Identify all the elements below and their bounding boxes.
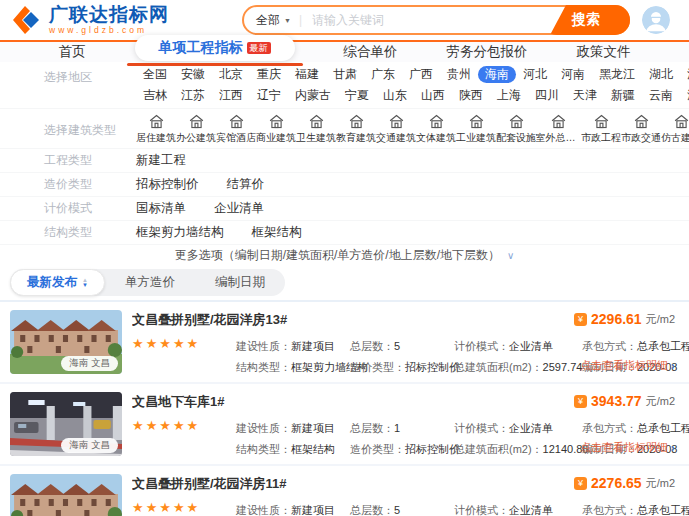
user-avatar[interactable] [642, 6, 670, 34]
building-icon [388, 112, 405, 130]
building-type-option[interactable]: 宾馆酒店 [216, 112, 256, 145]
region-option[interactable]: 宁夏 [338, 87, 376, 104]
price-tag-icon: ¥ [574, 313, 587, 326]
building-type-option[interactable]: 市政交通 [621, 112, 661, 145]
item-title[interactable]: 文昌地下车库1# [132, 393, 512, 411]
region-option[interactable]: 陕西 [452, 87, 490, 104]
item-field: 总层数：1 [350, 421, 454, 436]
building-type-option[interactable]: 商业建筑 [256, 112, 296, 145]
building-type-option[interactable]: 教育建筑 [336, 112, 376, 145]
region-list-row2: 吉林江苏江西辽宁内蒙古宁夏山东山西陕西上海四川天津新疆云南浙江 [136, 87, 677, 104]
region-option[interactable]: 福建 [288, 66, 326, 83]
nav-composite-unit-price[interactable]: 综合单价 [344, 43, 398, 61]
price-unit: 元/m2 [646, 394, 675, 409]
region-option[interactable]: 浙江 [680, 87, 689, 104]
region-option[interactable]: 湖南 [680, 66, 689, 83]
region-option[interactable]: 云南 [642, 87, 680, 104]
price-tag-icon: ¥ [574, 477, 587, 490]
divider: | [299, 13, 302, 27]
region-option[interactable]: 重庆 [250, 66, 288, 83]
location-tag: 海南 文昌 [61, 356, 118, 371]
building-type-option[interactable]: 仿古建筑 [661, 112, 689, 145]
building-type-option[interactable]: 文体建筑 [416, 112, 456, 145]
nav-labor-subcontract-quote[interactable]: 劳务分包报价 [447, 43, 528, 61]
view-detail-link[interactable]: 点击查看指标明细 › [580, 440, 675, 455]
thumbnail[interactable]: 海南 文昌 [10, 474, 122, 516]
region-option[interactable]: 天津 [566, 87, 604, 104]
star-rating: ★★★★★ [132, 336, 236, 378]
region-option[interactable]: 全国 [136, 66, 174, 83]
result-list: 海南 文昌 文昌叠拼别墅/花园洋房13# ¥ 2296.61 元/m2 ★★★★… [0, 300, 689, 516]
filter-option[interactable]: 国标清单 [136, 200, 186, 217]
building-icon [148, 112, 165, 130]
list-item: 海南 文昌 文昌叠拼别墅/花园洋房13# ¥ 2296.61 元/m2 ★★★★… [0, 302, 689, 384]
region-option[interactable]: 河北 [516, 66, 554, 83]
filter-option[interactable]: 企业清单 [214, 200, 264, 217]
nav-home[interactable]: 首页 [59, 43, 86, 61]
region-option[interactable]: 北京 [212, 66, 250, 83]
filter-option[interactable]: 结算价 [227, 176, 265, 193]
search-category-dropdown[interactable]: 全部 ▼ [256, 12, 291, 29]
price-tag-icon: ¥ [574, 395, 587, 408]
view-detail-link[interactable]: 点击查看指标明细 › [580, 358, 675, 373]
filter-option[interactable]: 招标控制价 [136, 176, 199, 193]
building-type-option[interactable]: 工业建筑 [456, 112, 496, 145]
region-option[interactable]: 黑龙江 [592, 66, 642, 83]
building-icon [348, 112, 365, 130]
building-icon [673, 112, 689, 130]
region-option[interactable]: 山东 [376, 87, 414, 104]
brand-domain: www.gldzb.com [49, 26, 169, 35]
filter-row-structure-type: 结构类型 框架剪力墙结构框架结构 [0, 221, 689, 245]
building-type-option[interactable]: 交通建筑 [376, 112, 416, 145]
region-option[interactable]: 河南 [554, 66, 592, 83]
more-options-toggle[interactable]: 更多选项（编制日期/建筑面积/单方造价/地上层数/地下层数） ∨ [0, 245, 689, 265]
building-type-option[interactable]: 市政工程 [581, 112, 621, 145]
region-option[interactable]: 新疆 [604, 87, 642, 104]
item-field: 承包方式：总承包工程 [582, 503, 689, 516]
region-option[interactable]: 吉林 [136, 87, 174, 104]
item-field: 承包方式：总承包工程 [582, 339, 689, 354]
brand-logo[interactable]: 广联达指标网 www.gldzb.com [10, 3, 242, 37]
filter-option[interactable]: 新建工程 [136, 152, 186, 169]
region-option[interactable]: 甘肃 [326, 66, 364, 83]
region-option[interactable]: 江苏 [174, 87, 212, 104]
thumbnail[interactable]: 海南 文昌 [10, 392, 122, 456]
region-option[interactable]: 上海 [490, 87, 528, 104]
sort-latest[interactable]: 最新发布 ▲ ▼ [10, 269, 105, 296]
building-type-option[interactable]: 配套设施 [496, 112, 536, 145]
sort-section: 最新发布 ▲ ▼ 单方造价 编制日期 [0, 265, 689, 300]
site-header: 广联达指标网 www.gldzb.com 全部 ▼ | 搜索 [0, 0, 689, 40]
item-title[interactable]: 文昌叠拼别墅/花园洋房11# [132, 475, 512, 493]
item-title[interactable]: 文昌叠拼别墅/花园洋房13# [132, 311, 512, 329]
building-type-option[interactable]: 居住建筑 [136, 112, 176, 145]
region-option[interactable]: 广西 [402, 66, 440, 83]
sort-arrows-icon: ▲ ▼ [82, 278, 88, 288]
nav-policy-documents[interactable]: 政策文件 [577, 43, 631, 61]
region-option[interactable]: 内蒙古 [288, 87, 338, 104]
region-option[interactable]: 湖北 [642, 66, 680, 83]
region-option[interactable]: 安徽 [174, 66, 212, 83]
new-badge: 最新 [247, 42, 271, 55]
item-field: 结构类型：框架剪力墙结构 [236, 360, 350, 375]
region-option[interactable]: 广东 [364, 66, 402, 83]
price-unit: 元/m2 [646, 312, 675, 327]
region-option[interactable]: 四川 [528, 87, 566, 104]
region-option[interactable]: 海南 [478, 66, 516, 83]
nav-single-project-index[interactable]: 单项工程指标 最新 [135, 35, 295, 61]
building-type-option[interactable]: 室外总体... [536, 112, 581, 145]
region-option[interactable]: 辽宁 [250, 87, 288, 104]
building-icon [508, 112, 525, 130]
sort-compile-date[interactable]: 编制日期 [195, 269, 285, 296]
thumbnail[interactable]: 海南 文昌 [10, 310, 122, 374]
item-field: 建设性质：新建项目 [236, 503, 350, 516]
region-option[interactable]: 山西 [414, 87, 452, 104]
region-option[interactable]: 贵州 [440, 66, 478, 83]
unit-price: ¥ 2296.61 元/m2 [574, 311, 675, 327]
sort-unit-price[interactable]: 单方造价 [105, 269, 195, 296]
region-option[interactable]: 江西 [212, 87, 250, 104]
building-type-option[interactable]: 卫生建筑 [296, 112, 336, 145]
filter-option[interactable]: 框架剪力墙结构 [136, 224, 224, 241]
filter-label-pricing-mode: 计价模式 [44, 200, 136, 217]
building-type-option[interactable]: 办公建筑 [176, 112, 216, 145]
filter-option[interactable]: 框架结构 [252, 224, 302, 241]
